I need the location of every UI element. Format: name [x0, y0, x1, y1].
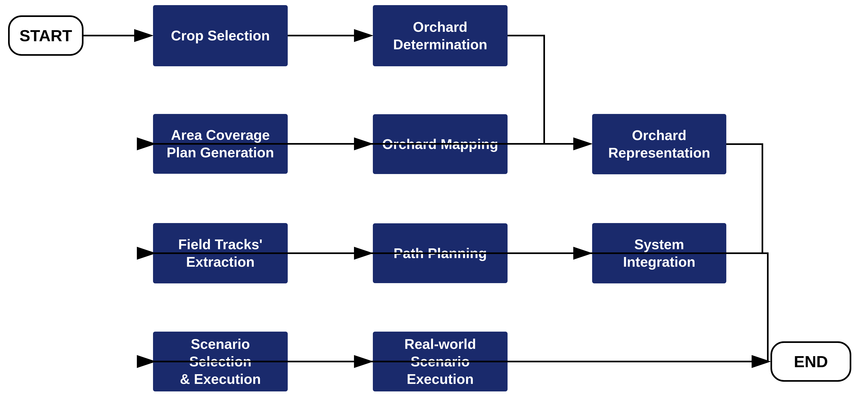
start-node: START	[8, 16, 84, 56]
orchard-mapping-node: Orchard Mapping	[373, 114, 507, 174]
field-tracks-label: Field Tracks'Extraction	[178, 236, 263, 271]
system-integration-node: SystemIntegration	[592, 223, 726, 283]
crop-selection-label: Crop Selection	[171, 27, 270, 44]
area-coverage-node: Area CoveragePlan Generation	[153, 114, 288, 174]
realworld-scenario-label: Real-worldScenarioExecution	[404, 335, 476, 388]
path-planning-label: Path Planning	[394, 245, 487, 262]
realworld-scenario-node: Real-worldScenarioExecution	[373, 332, 507, 391]
end-node: END	[771, 341, 851, 382]
path-planning-node: Path Planning	[373, 223, 507, 283]
orchard-determination-node: OrchardDetermination	[373, 5, 507, 66]
start-label: START	[20, 26, 72, 45]
area-coverage-label: Area CoveragePlan Generation	[167, 126, 274, 161]
scenario-selection-label: Scenario Selection& Execution	[158, 335, 282, 388]
orchard-representation-label: OrchardRepresentation	[608, 127, 710, 162]
orchard-mapping-label: Orchard Mapping	[382, 135, 498, 153]
system-integration-label: SystemIntegration	[623, 236, 695, 271]
end-label: END	[794, 353, 828, 371]
crop-selection-node: Crop Selection	[153, 5, 288, 66]
scenario-selection-node: Scenario Selection& Execution	[153, 332, 288, 391]
flowchart-diagram: START Crop Selection OrchardDeterminatio…	[0, 0, 868, 396]
field-tracks-node: Field Tracks'Extraction	[153, 223, 288, 283]
orchard-determination-label: OrchardDetermination	[393, 18, 487, 53]
orchard-representation-node: OrchardRepresentation	[592, 114, 726, 174]
